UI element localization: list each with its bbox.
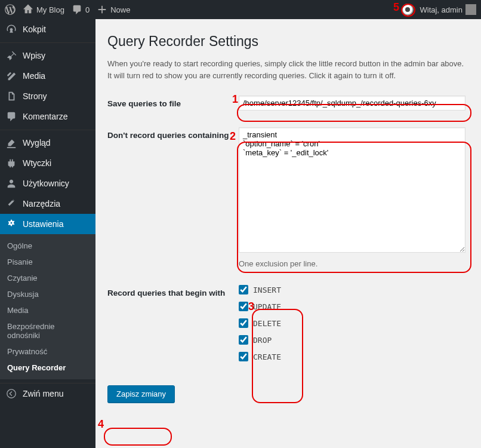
dashboard-icon [6,24,17,35]
menu-media[interactable]: Media [0,66,95,86]
svg-point-0 [7,389,16,398]
admin-bar: My Blog 0 Nowe Witaj, admin [0,0,481,19]
wp-logo[interactable] [5,4,16,15]
plugins-icon [6,158,17,168]
menu-plugins[interactable]: Wtyczki [0,153,95,173]
chk-insert[interactable] [239,285,248,294]
home-icon [23,4,33,15]
chk-create[interactable] [239,352,248,361]
settings-icon [6,219,17,229]
admin-menu: Kokpit Wpisy Media Strony Komentarze Wyg… [0,19,95,448]
submenu-reading[interactable]: Czytanie [0,270,95,286]
site-link[interactable]: My Blog [23,4,64,15]
content-area: Query Recorder Settings When you're read… [95,19,481,448]
comments-count: 0 [85,5,90,14]
exclude-hint: One exclusion per line. [239,259,469,268]
menu-dashboard[interactable]: Kokpit [0,19,95,39]
chk-delete-label: DELETE [253,319,281,328]
wordpress-icon [5,4,16,15]
comment-icon [72,4,82,15]
appearance-icon [6,137,17,148]
submenu-media[interactable]: Media [0,302,95,318]
howdy-text: Witaj, admin [420,5,462,14]
submenu-discussion[interactable]: Dyskusja [0,286,95,302]
pages-icon [6,91,17,102]
settings-submenu: Ogólne Pisanie Czytanie Dyskusja Media B… [0,234,95,379]
menu-tools[interactable]: Narzędzia [0,194,95,214]
menu-posts[interactable]: Wpisy [0,42,95,66]
page-title: Query Recorder Settings [107,33,469,50]
chk-drop[interactable] [239,335,248,345]
new-content[interactable]: Nowe [97,4,130,15]
new-label: Nowe [110,5,130,14]
menu-comments[interactable]: Komentarze [0,106,95,127]
submenu-general[interactable]: Ogólne [0,238,95,254]
page-description: When you're ready to start recording que… [107,58,469,81]
label-save-file: Save queries to file [107,96,239,108]
plus-icon [97,4,107,15]
comments-link[interactable]: 0 [72,4,90,15]
row-save-file: Save queries to file [107,96,469,111]
record-button[interactable] [402,4,414,16]
comments-icon [6,111,17,122]
exclude-textarea[interactable] [239,127,465,253]
tools-icon [6,198,17,209]
menu-settings[interactable]: Ustawienia [0,214,95,234]
submenu-query-recorder[interactable]: Query Recorder [0,360,95,376]
chk-update[interactable] [239,302,248,311]
submenu-privacy[interactable]: Prywatność [0,343,95,360]
chk-update-label: UPDATE [253,302,281,311]
menu-users[interactable]: Użytkownicy [0,173,95,194]
submenu-permalinks[interactable]: Bezpośrednie odnośniki [0,318,95,343]
label-exclude: Don't record queries containing [107,127,239,140]
chk-delete[interactable] [239,318,248,328]
submit-button[interactable]: Zapisz zmiany [107,385,175,403]
media-icon [6,70,17,81]
menu-pages[interactable]: Strony [0,86,95,106]
account-link[interactable]: Witaj, admin [420,4,476,15]
menu-appearance[interactable]: Wygląd [0,130,95,153]
row-begin-with: Record queries that begin with INSERT UP… [107,285,469,369]
label-begin-with: Record queries that begin with [107,285,239,297]
chk-create-label: CREATE [253,352,281,361]
row-exclude: Don't record queries containing One excl… [107,127,469,268]
chk-insert-label: INSERT [253,286,281,294]
save-file-input[interactable] [239,96,465,111]
menu-collapse[interactable]: Zwiń menu [0,383,95,404]
users-icon [6,178,17,189]
record-dot-icon [405,7,410,12]
avatar-icon [465,4,476,15]
site-title: My Blog [36,5,64,14]
chevron-left-circle-icon [6,388,17,399]
chk-drop-label: DROP [253,336,272,345]
submenu-writing[interactable]: Pisanie [0,254,95,270]
pin-icon [6,50,17,61]
